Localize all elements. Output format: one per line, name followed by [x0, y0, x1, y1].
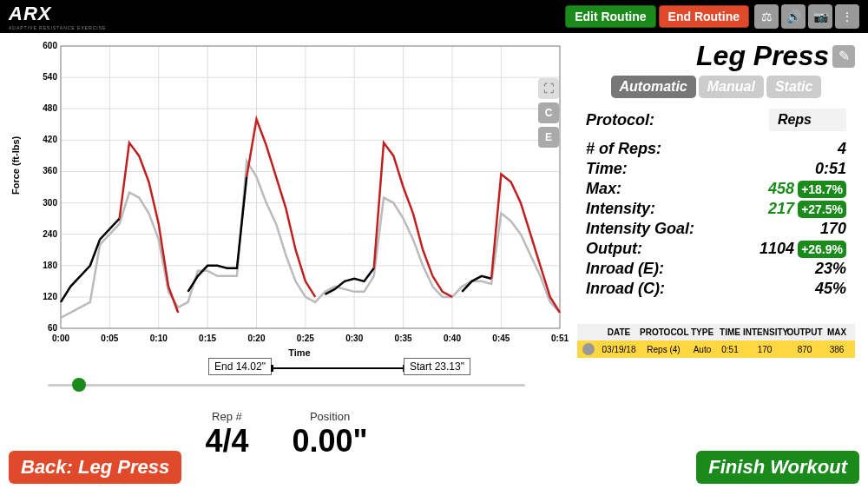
- history-table: DATE PROTOCOL TYPE TIME INTENSITY OUTPUT…: [577, 324, 855, 358]
- scale-icon[interactable]: ⚖: [754, 4, 779, 29]
- inroad-c-value: 45%: [799, 280, 846, 298]
- time-label: Time:: [586, 160, 799, 178]
- inroad-e-value: 23%: [799, 260, 846, 278]
- exercise-title: Leg Press: [696, 40, 829, 72]
- svg-text:0:25: 0:25: [297, 334, 314, 343]
- history-row[interactable]: 03/19/18 Reps (4) Auto 0:51 170 870 386: [577, 340, 855, 358]
- edit-icon[interactable]: ✎: [832, 45, 855, 68]
- main: Force (ft-lbs) 6005404804203603002401801…: [0, 33, 868, 450]
- output-delta: +26.9%: [798, 241, 846, 258]
- concentric-toggle[interactable]: C: [538, 102, 559, 123]
- svg-text:0:40: 0:40: [444, 334, 461, 343]
- x-axis-label: Time: [35, 347, 564, 358]
- more-icon[interactable]: ⋮: [835, 4, 859, 29]
- exercise-title-row: Leg Press ✎: [577, 40, 855, 72]
- svg-text:0:05: 0:05: [101, 334, 118, 343]
- svg-text:0:00: 0:00: [52, 334, 69, 343]
- row-max: 386: [823, 345, 851, 354]
- row-date: 03/19/18: [598, 345, 640, 354]
- svg-text:60: 60: [48, 323, 58, 333]
- fullscreen-icon[interactable]: ⛶: [538, 78, 559, 99]
- max-value: 458: [746, 180, 794, 198]
- chart-side-buttons: ⛶ C E: [538, 78, 559, 148]
- camera-icon[interactable]: 📷: [808, 4, 832, 29]
- protocol-row: Protocol: Reps: [586, 109, 846, 131]
- info-panel: Leg Press ✎ Automatic Manual Static Prot…: [573, 33, 868, 450]
- history-header: DATE PROTOCOL TYPE TIME INTENSITY OUTPUT…: [577, 324, 855, 340]
- protocol-label: Protocol:: [586, 111, 769, 129]
- svg-text:540: 540: [43, 72, 57, 82]
- reps-value: 4: [799, 140, 846, 158]
- svg-text:120: 120: [43, 292, 57, 301]
- logo: ARX ADAPTIVE RESISTANCE EXERCISE: [9, 3, 106, 30]
- row-type: Auto: [687, 345, 717, 354]
- output-label: Output:: [586, 240, 746, 258]
- logo-text: ARX: [9, 3, 106, 25]
- hdr-intensity: INTENSITY: [743, 327, 786, 337]
- intensity-goal-label: Intensity Goal:: [586, 220, 799, 238]
- svg-text:600: 600: [43, 42, 57, 50]
- intensity-goal-value: 170: [799, 220, 846, 238]
- svg-text:360: 360: [43, 166, 57, 175]
- svg-text:240: 240: [43, 229, 57, 239]
- svg-text:0:15: 0:15: [199, 334, 216, 343]
- intensity-delta: +27.5%: [798, 201, 846, 218]
- protocol-select[interactable]: Reps: [769, 109, 846, 131]
- finish-workout-button[interactable]: Finish Workout: [696, 451, 859, 484]
- time-value: 0:51: [799, 160, 846, 178]
- footer: Back: Leg Press Finish Workout: [0, 451, 868, 484]
- svg-text:180: 180: [43, 261, 57, 270]
- hdr-protocol: PROTOCOL: [640, 327, 687, 337]
- svg-text:0:51: 0:51: [551, 334, 569, 343]
- hdr-date: DATE: [598, 327, 640, 337]
- inroad-e-label: Inroad (E):: [586, 260, 799, 278]
- sound-icon[interactable]: 🔊: [781, 4, 806, 29]
- svg-rect-42: [61, 46, 560, 328]
- svg-text:0:30: 0:30: [345, 334, 363, 343]
- mode-automatic[interactable]: Automatic: [611, 76, 696, 98]
- back-button[interactable]: Back: Leg Press: [9, 451, 181, 484]
- hdr-time: TIME: [717, 327, 743, 337]
- max-delta: +18.7%: [798, 181, 846, 198]
- slider-track: [48, 384, 525, 387]
- max-label: Max:: [586, 180, 746, 198]
- range-bar: [271, 365, 405, 372]
- slider-thumb[interactable]: [72, 378, 86, 392]
- intensity-value: 217: [746, 200, 794, 218]
- chart: Force (ft-lbs) 6005404804203603002401801…: [35, 42, 569, 346]
- hdr-max: MAX: [823, 327, 851, 337]
- rep-label: Rep #: [205, 410, 248, 423]
- position-label: Position: [292, 410, 367, 423]
- eccentric-toggle[interactable]: E: [538, 127, 559, 148]
- mode-static[interactable]: Static: [766, 76, 822, 98]
- intensity-label: Intensity:: [586, 200, 746, 218]
- reps-label: # of Reps:: [586, 140, 799, 158]
- output-value: 1104: [746, 240, 794, 258]
- svg-text:480: 480: [43, 103, 57, 113]
- svg-text:420: 420: [43, 135, 57, 144]
- inroad-c-label: Inroad (C):: [586, 280, 799, 298]
- range-start[interactable]: Start 23.13": [404, 358, 470, 375]
- svg-text:0:35: 0:35: [395, 334, 412, 343]
- end-routine-button[interactable]: End Routine: [659, 5, 749, 28]
- row-output: 870: [786, 345, 823, 354]
- svg-text:300: 300: [43, 198, 57, 208]
- svg-text:0:45: 0:45: [492, 334, 510, 343]
- chart-panel: Force (ft-lbs) 6005404804203603002401801…: [0, 33, 573, 450]
- mode-row: Automatic Manual Static: [577, 76, 855, 98]
- header: ARX ADAPTIVE RESISTANCE EXERCISE Edit Ro…: [0, 0, 868, 33]
- y-axis-label: Force (ft-lbs): [10, 136, 21, 195]
- hdr-type: TYPE: [687, 327, 717, 337]
- svg-text:0:10: 0:10: [150, 334, 168, 343]
- position-slider: End 14.02" Start 23.13": [48, 368, 525, 394]
- row-protocol: Reps (4): [640, 345, 687, 354]
- mode-manual[interactable]: Manual: [699, 76, 764, 98]
- hdr-output: OUTPUT: [786, 327, 823, 337]
- svg-text:0:20: 0:20: [247, 334, 265, 343]
- star-icon: [582, 343, 595, 355]
- range-end[interactable]: End 14.02": [208, 358, 272, 375]
- edit-routine-button[interactable]: Edit Routine: [565, 5, 655, 28]
- chart-svg: 600540480420360300240180120600:000:050:1…: [35, 42, 569, 346]
- stats: # of Reps:4 Time:0:51 Max:458+18.7% Inte…: [586, 140, 846, 298]
- row-intensity: 170: [743, 345, 786, 354]
